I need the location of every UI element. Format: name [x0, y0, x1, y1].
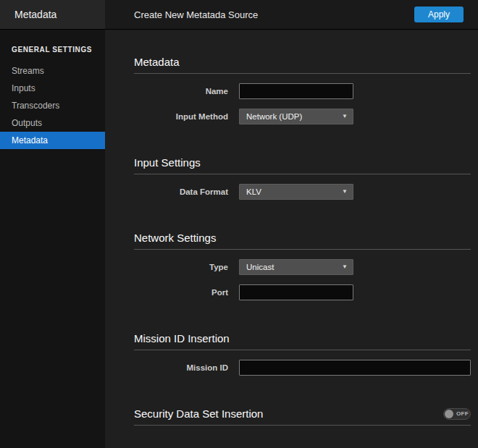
chevron-down-icon: ▼	[342, 264, 348, 270]
section-network-settings: Network Settings Type Unicast ▼ Port	[134, 232, 471, 300]
sidebar-item-inputs[interactable]: Inputs	[0, 80, 105, 97]
sidebar-item-streams[interactable]: Streams	[0, 62, 105, 80]
input-method-value: Network (UDP)	[246, 112, 302, 121]
apply-button[interactable]: Apply	[414, 7, 464, 22]
security-toggle[interactable]: OFF	[443, 408, 471, 420]
section-metadata: Metadata Name Input Method Network (UDP)…	[134, 56, 471, 124]
mission-id-label: Mission ID	[134, 363, 228, 372]
type-value: Unicast	[246, 263, 274, 271]
chevron-down-icon: ▼	[342, 114, 348, 119]
name-label: Name	[134, 87, 228, 96]
sidebar-header: Metadata	[0, 0, 105, 29]
mission-id-input[interactable]	[239, 360, 471, 376]
input-method-select[interactable]: Network (UDP) ▼	[239, 109, 353, 124]
main-content: Metadata Name Input Method Network (UDP)…	[105, 30, 478, 448]
sidebar-item-metadata[interactable]: Metadata	[0, 132, 105, 149]
sidebar-item-outputs[interactable]: Outputs	[0, 114, 105, 132]
page-header: Create New Metatada Source Apply	[105, 0, 478, 29]
sidebar-title: Metadata	[14, 9, 56, 20]
port-input[interactable]	[239, 284, 353, 300]
type-label: Type	[134, 263, 228, 271]
input-method-label: Input Method	[134, 112, 228, 121]
sidebar-section-label: GENERAL SETTINGS	[0, 38, 105, 62]
toggle-state-label: OFF	[456, 410, 469, 417]
section-title-network-settings: Network Settings	[134, 232, 216, 244]
section-title-metadata: Metadata	[134, 56, 180, 68]
page-title: Create New Metatada Source	[134, 9, 258, 20]
toggle-knob-icon	[445, 410, 453, 418]
chevron-down-icon: ▼	[342, 189, 348, 195]
data-format-value: KLV	[246, 187, 261, 196]
data-format-select[interactable]: KLV ▼	[239, 184, 353, 200]
section-input-settings: Input Settings Data Format KLV ▼	[134, 156, 471, 200]
sidebar-item-transcoders[interactable]: Transcoders	[0, 97, 105, 114]
section-mission-id: Mission ID Insertion Mission ID	[134, 332, 471, 376]
data-format-label: Data Format	[134, 187, 228, 196]
type-select[interactable]: Unicast ▼	[239, 259, 353, 275]
name-input[interactable]	[239, 83, 353, 99]
section-title-input-settings: Input Settings	[134, 156, 201, 169]
section-security: Security Data Set Insertion OFF	[134, 407, 471, 426]
port-label: Port	[134, 288, 228, 297]
top-bar: Metadata Create New Metatada Source Appl…	[0, 0, 478, 30]
section-title-security: Security Data Set Insertion	[134, 407, 263, 420]
sidebar: GENERAL SETTINGS Streams Inputs Transcod…	[0, 30, 105, 448]
section-title-mission-id: Mission ID Insertion	[134, 332, 230, 345]
